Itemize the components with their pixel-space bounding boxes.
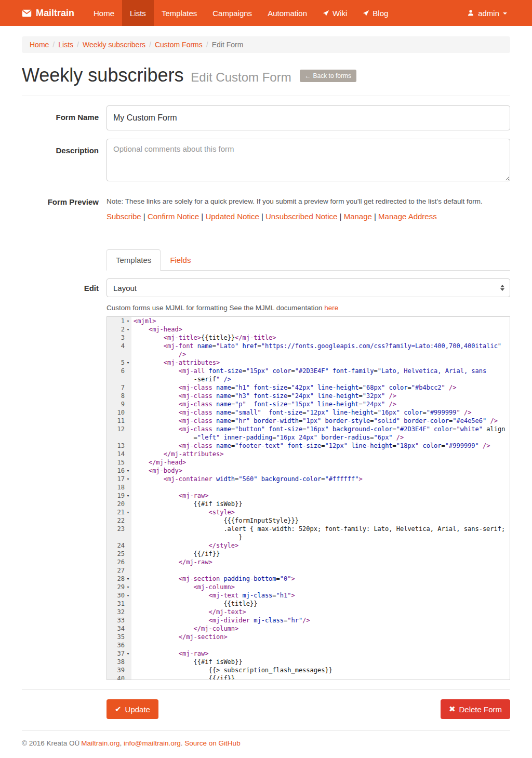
- preview-link-manage[interactable]: Manage: [344, 212, 372, 221]
- code-line[interactable]: <mj-body>: [134, 467, 510, 475]
- fold-icon[interactable]: ▾: [125, 508, 131, 516]
- fold-icon[interactable]: ▾: [125, 475, 131, 483]
- layout-select[interactable]: Layout: [107, 278, 510, 297]
- delete-form-button[interactable]: ✖Delete Form: [441, 699, 510, 719]
- line-number[interactable]: 5▾: [107, 358, 131, 367]
- code-line[interactable]: <mj-raw>: [134, 649, 510, 658]
- code-line[interactable]: </mj-section>: [134, 633, 510, 641]
- preview-link-confirm-notice[interactable]: Confirm Notice: [148, 212, 199, 221]
- code-line[interactable]: <style>: [134, 508, 510, 516]
- code-line[interactable]: <mj-section padding-bottom="0">: [134, 575, 510, 583]
- line-number[interactable]: 2▾: [107, 325, 131, 334]
- code-line[interactable]: <mj-all font-size="15px" color="#2D3E4F"…: [134, 367, 510, 375]
- code-line[interactable]: <mj-font name="Lato" href="https://fonts…: [134, 342, 510, 350]
- brand-link[interactable]: Mailtrain: [22, 0, 86, 26]
- code-line[interactable]: <mj-text mj-class="h1">: [134, 591, 510, 600]
- nav-item-lists[interactable]: Lists: [122, 0, 154, 26]
- code-line[interactable]: <mj-class name="hr" border-width="1px" b…: [134, 417, 510, 425]
- code-line[interactable]: <mj-class name="p" font-size="15px" line…: [134, 400, 510, 408]
- preview-link-subscribe[interactable]: Subscribe: [107, 212, 141, 221]
- code-line[interactable]: [134, 483, 510, 491]
- mjml-help-link[interactable]: here: [324, 304, 338, 312]
- code-line[interactable]: <mj-class name="h1" font-size="42px" lin…: [134, 383, 510, 392]
- line-number[interactable]: 21▾: [107, 508, 131, 516]
- line-number[interactable]: 17▾: [107, 475, 131, 483]
- code-line[interactable]: <mjml>: [134, 317, 510, 325]
- line-number[interactable]: 28▾: [107, 575, 131, 583]
- code-line[interactable]: </style>: [134, 541, 510, 550]
- code-line[interactable]: <mj-column>: [134, 583, 510, 591]
- code-line[interactable]: <mj-title>{{title}}</mj-title>: [134, 334, 510, 342]
- code-line[interactable]: <mj-container width="560" background-col…: [134, 475, 510, 483]
- fold-icon[interactable]: ▾: [125, 467, 131, 475]
- code-line[interactable]: {{/if}}: [134, 550, 510, 558]
- code-editor[interactable]: 1▾2▾345▾678910111213141516▾17▾1819▾2021▾…: [107, 316, 510, 680]
- user-menu[interactable]: admin: [464, 9, 510, 18]
- code-line[interactable]: <mj-raw>: [134, 491, 510, 500]
- footer-link-mailtrain[interactable]: Mailtrain.org: [81, 739, 119, 747]
- code-line[interactable]: }: [134, 533, 510, 541]
- code-line[interactable]: <mj-class name="footer-text" font-size="…: [134, 442, 510, 450]
- code-line[interactable]: {{title}}: [134, 600, 510, 608]
- code-line[interactable]: <mj-class name="h3" font-size="24px" lin…: [134, 392, 510, 400]
- code-line[interactable]: </mj-text>: [134, 608, 510, 616]
- preview-link-updated-notice[interactable]: Updated Notice: [205, 212, 259, 221]
- nav-item-campaigns[interactable]: Campaigns: [205, 0, 260, 26]
- preview-link-unsubscribed-notice[interactable]: Unsubscribed Notice: [265, 212, 337, 221]
- line-number[interactable]: 1▾: [107, 317, 131, 325]
- breadcrumb-link-custom-forms[interactable]: Custom Forms: [155, 41, 203, 49]
- update-button[interactable]: ✔Update: [107, 699, 158, 719]
- code-line[interactable]: {{> subscription_flash_messages}}: [134, 666, 510, 674]
- form-name-input[interactable]: [107, 105, 510, 130]
- code-line[interactable]: .alert { max-width: 520px; font-family: …: [134, 525, 510, 533]
- fold-icon[interactable]: ▾: [125, 358, 131, 367]
- tab-fields[interactable]: Fields: [161, 249, 200, 271]
- code-line[interactable]: </mj-head>: [134, 458, 510, 467]
- code-line[interactable]: {{{formInputStyle}}}: [134, 516, 510, 525]
- fold-icon[interactable]: ▾: [125, 575, 131, 583]
- code-line[interactable]: <mj-class name="button" font-size="16px"…: [134, 425, 510, 433]
- fold-icon[interactable]: ▾: [125, 591, 131, 600]
- footer-link-email[interactable]: info@mailtrain.org: [124, 739, 181, 747]
- code-line[interactable]: {{#if isWeb}}: [134, 500, 510, 508]
- breadcrumb-link-home[interactable]: Home: [30, 41, 49, 49]
- preview-link-manage-address[interactable]: Manage Address: [378, 212, 437, 221]
- fold-icon[interactable]: ▾: [125, 317, 131, 325]
- code-line[interactable]: <mj-divider mj-class="hr"/>: [134, 616, 510, 624]
- breadcrumb-link-weekly-subscribers[interactable]: Weekly subscribers: [83, 41, 145, 49]
- code-line[interactable]: <mj-class name="small" font-size="12px" …: [134, 408, 510, 417]
- footer-link-github[interactable]: Source on GitHub: [184, 739, 240, 747]
- arrow-left-icon: ←: [305, 72, 311, 79]
- nav-item-blog[interactable]: Blog: [355, 0, 396, 26]
- line-number[interactable]: 30▾: [107, 591, 131, 600]
- fold-icon[interactable]: ▾: [125, 491, 131, 500]
- line-number[interactable]: 19▾: [107, 491, 131, 500]
- fold-icon[interactable]: ▾: [125, 325, 131, 334]
- line-number[interactable]: 29▾: [107, 583, 131, 591]
- code-line[interactable]: </mj-attributes>: [134, 450, 510, 458]
- code-line[interactable]: [134, 566, 510, 575]
- back-to-forms-button[interactable]: ←Back to forms: [300, 70, 356, 82]
- code-line[interactable]: />: [134, 350, 510, 358]
- editor-code-area[interactable]: <mjml> <mj-head> <mj-title>{{title}}</mj…: [131, 317, 510, 680]
- code-line[interactable]: <mj-head>: [134, 325, 510, 334]
- code-line[interactable]: {{/if}}: [134, 674, 510, 680]
- code-line[interactable]: </mj-column>: [134, 624, 510, 633]
- code-line[interactable]: -serif" />: [134, 375, 510, 383]
- nav-item-home[interactable]: Home: [86, 0, 122, 26]
- description-textarea[interactable]: [107, 139, 510, 181]
- code-line[interactable]: {{#if isWeb}}: [134, 658, 510, 666]
- code-line[interactable]: </mj-raw>: [134, 558, 510, 566]
- nav-item-templates[interactable]: Templates: [154, 0, 205, 26]
- breadcrumb-link-lists[interactable]: Lists: [58, 41, 73, 49]
- tab-templates[interactable]: Templates: [107, 249, 161, 271]
- line-number[interactable]: 37▾: [107, 649, 131, 658]
- fold-icon[interactable]: ▾: [125, 649, 131, 658]
- fold-icon[interactable]: ▾: [125, 583, 131, 591]
- code-line[interactable]: <mj-attributes>: [134, 358, 510, 367]
- line-number[interactable]: 16▾: [107, 467, 131, 475]
- nav-item-wiki[interactable]: Wiki: [315, 0, 355, 26]
- nav-item-automation[interactable]: Automation: [260, 0, 315, 26]
- code-line[interactable]: ="left" inner-padding="16px 24px" border…: [134, 433, 510, 442]
- code-line[interactable]: [134, 641, 510, 649]
